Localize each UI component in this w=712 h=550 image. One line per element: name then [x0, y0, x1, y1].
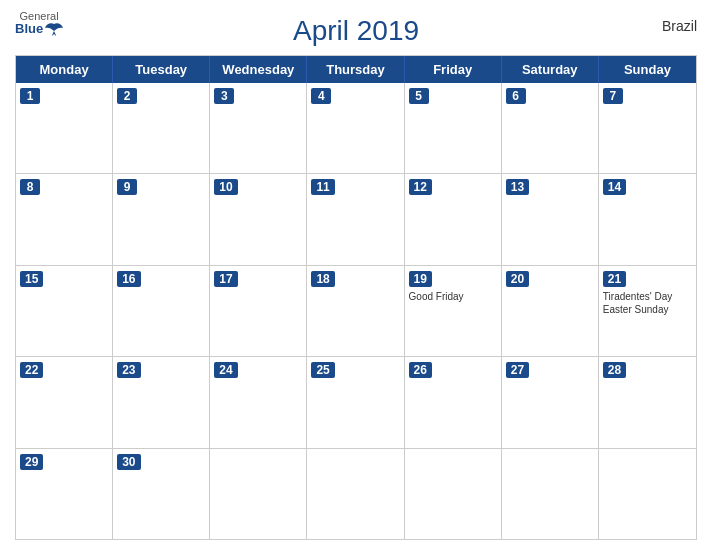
calendar-header-row: MondayTuesdayWednesdayThursdayFridaySatu… — [16, 56, 696, 83]
cell-date-number: 19 — [409, 271, 432, 287]
calendar-cell: 3 — [210, 83, 307, 173]
cell-date-number: 30 — [117, 454, 140, 470]
day-header-saturday: Saturday — [502, 56, 599, 83]
calendar-cell: 10 — [210, 174, 307, 264]
cell-date-number: 17 — [214, 271, 237, 287]
calendar-cell: 24 — [210, 357, 307, 447]
country-label: Brazil — [662, 18, 697, 34]
cell-date-number: 27 — [506, 362, 529, 378]
calendar-cell: 14 — [599, 174, 696, 264]
cell-date-number: 9 — [117, 179, 137, 195]
calendar-cell: 15 — [16, 266, 113, 356]
logo: General Blue — [15, 10, 63, 36]
cell-date-number: 4 — [311, 88, 331, 104]
cell-date-number: 3 — [214, 88, 234, 104]
calendar-cell: 23 — [113, 357, 210, 447]
calendar-cell — [307, 449, 404, 539]
calendar-cell: 11 — [307, 174, 404, 264]
cell-date-number: 24 — [214, 362, 237, 378]
calendar-cell: 25 — [307, 357, 404, 447]
cell-date-number: 6 — [506, 88, 526, 104]
cell-date-number: 15 — [20, 271, 43, 287]
day-header-monday: Monday — [16, 56, 113, 83]
cell-date-number: 25 — [311, 362, 334, 378]
cell-events: Tiradentes' Day Easter Sunday — [603, 290, 692, 316]
calendar-cell: 5 — [405, 83, 502, 173]
calendar-cell: 29 — [16, 449, 113, 539]
cell-date-number: 2 — [117, 88, 137, 104]
cell-date-number: 11 — [311, 179, 334, 195]
calendar-header: General Blue April 2019 Brazil — [15, 10, 697, 55]
cell-date-number: 20 — [506, 271, 529, 287]
cell-date-number: 16 — [117, 271, 140, 287]
cell-date-number: 14 — [603, 179, 626, 195]
calendar-page: General Blue April 2019 Brazil MondayTue… — [0, 0, 712, 550]
calendar-cell: 8 — [16, 174, 113, 264]
calendar-week-5: 2930 — [16, 449, 696, 539]
calendar-cell: 22 — [16, 357, 113, 447]
calendar-week-2: 891011121314 — [16, 174, 696, 265]
cell-date-number: 29 — [20, 454, 43, 470]
logo-bird-icon — [45, 22, 63, 36]
logo-blue: Blue — [15, 22, 43, 36]
calendar-cell: 2 — [113, 83, 210, 173]
day-header-wednesday: Wednesday — [210, 56, 307, 83]
calendar-cell — [502, 449, 599, 539]
calendar-cell: 27 — [502, 357, 599, 447]
cell-events: Good Friday — [409, 290, 497, 303]
cell-date-number: 12 — [409, 179, 432, 195]
calendar-cell — [405, 449, 502, 539]
cell-date-number: 26 — [409, 362, 432, 378]
cell-date-number: 28 — [603, 362, 626, 378]
calendar-grid: MondayTuesdayWednesdayThursdayFridaySatu… — [15, 55, 697, 540]
cell-date-number: 8 — [20, 179, 40, 195]
day-header-tuesday: Tuesday — [113, 56, 210, 83]
day-header-thursday: Thursday — [307, 56, 404, 83]
calendar-cell: 17 — [210, 266, 307, 356]
calendar-cell: 7 — [599, 83, 696, 173]
calendar-week-4: 22232425262728 — [16, 357, 696, 448]
calendar-cell: 4 — [307, 83, 404, 173]
calendar-cell: 30 — [113, 449, 210, 539]
calendar-cell: 21Tiradentes' Day Easter Sunday — [599, 266, 696, 356]
calendar-week-3: 1516171819Good Friday2021Tiradentes' Day… — [16, 266, 696, 357]
page-title: April 2019 — [293, 15, 419, 47]
day-header-friday: Friday — [405, 56, 502, 83]
cell-date-number: 23 — [117, 362, 140, 378]
calendar-cell: 13 — [502, 174, 599, 264]
cell-date-number: 21 — [603, 271, 626, 287]
calendar-cell: 19Good Friday — [405, 266, 502, 356]
cell-date-number: 22 — [20, 362, 43, 378]
calendar-body: 12345678910111213141516171819Good Friday… — [16, 83, 696, 539]
cell-date-number: 5 — [409, 88, 429, 104]
cell-date-number: 1 — [20, 88, 40, 104]
calendar-cell — [210, 449, 307, 539]
calendar-cell: 1 — [16, 83, 113, 173]
cell-date-number: 7 — [603, 88, 623, 104]
calendar-cell: 9 — [113, 174, 210, 264]
calendar-week-1: 1234567 — [16, 83, 696, 174]
day-header-sunday: Sunday — [599, 56, 696, 83]
cell-date-number: 18 — [311, 271, 334, 287]
cell-date-number: 10 — [214, 179, 237, 195]
calendar-cell: 6 — [502, 83, 599, 173]
calendar-cell: 16 — [113, 266, 210, 356]
calendar-cell — [599, 449, 696, 539]
calendar-cell: 28 — [599, 357, 696, 447]
calendar-cell: 26 — [405, 357, 502, 447]
calendar-cell: 12 — [405, 174, 502, 264]
cell-date-number: 13 — [506, 179, 529, 195]
calendar-cell: 20 — [502, 266, 599, 356]
calendar-cell: 18 — [307, 266, 404, 356]
